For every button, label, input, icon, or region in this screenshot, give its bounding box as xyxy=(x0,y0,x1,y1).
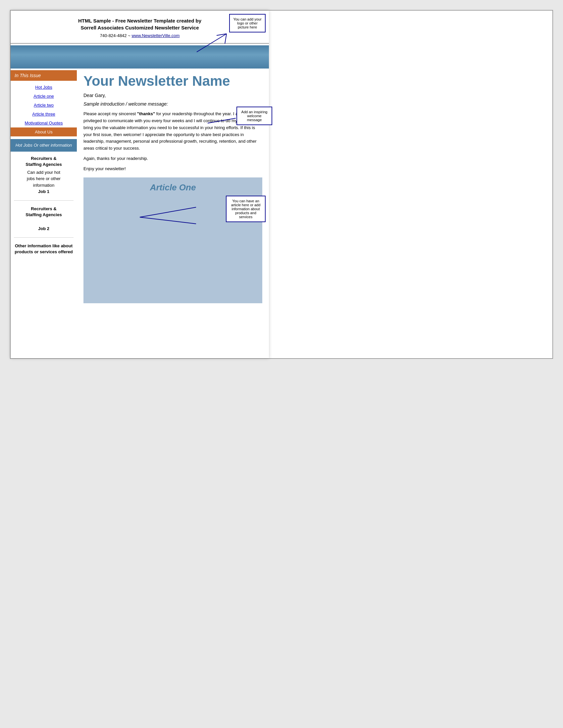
svg-line-3 xyxy=(208,118,236,123)
article-arrow-svg xyxy=(136,204,203,230)
header-title: HTML Sample - Free Newsletter Template c… xyxy=(17,17,262,31)
sidebar-recruiters-1: Recruiters &Staffing Agencies xyxy=(14,156,73,168)
header-title-line2: Sorrell Associates Customized Newsletter… xyxy=(80,25,199,30)
sidebar-jobs-text-2: Job 2 xyxy=(14,219,73,232)
sidebar-nav: Hot Jobs Article one Article two Article… xyxy=(11,81,77,138)
sidebar-item-article-three[interactable]: Article three xyxy=(11,110,77,119)
welcome-arrow-svg xyxy=(204,112,237,128)
sidebar-section-2: Recruiters &Staffing Agencies Job 2 xyxy=(11,202,77,236)
sidebar-section-1: Recruiters &Staffing Agencies Can add yo… xyxy=(11,152,77,199)
sidebar-item-motivational-quotes[interactable]: Motivational Quotes xyxy=(11,119,77,127)
sidebar-divider-2 xyxy=(14,237,73,238)
sidebar-hot-jobs-label: Hot Jobs Or other information xyxy=(11,139,77,152)
dear-line: Dear Gary, xyxy=(83,93,262,98)
body-text-3: Enjoy your newsletter! xyxy=(83,166,262,172)
sidebar-item-hot-jobs[interactable]: Hot Jobs xyxy=(11,83,77,92)
logo-callout-text: You can add your logo or other picture h… xyxy=(233,17,261,29)
content-area: Add an inspiring welcome message Your Ne… xyxy=(77,70,269,310)
body-text-2: Again, thanks for your readership. xyxy=(83,155,262,162)
header-divider xyxy=(11,43,269,44)
sidebar: In This Issue Hot Jobs Article one Artic… xyxy=(11,70,77,310)
page-border: HTML Sample - Free Newsletter Template c… xyxy=(10,10,553,359)
sidebar-recruiters-2: Recruiters &Staffing Agencies xyxy=(14,206,73,218)
sidebar-jobs-text-1: Can add your hotjobs here or otherinform… xyxy=(14,169,73,195)
svg-line-5 xyxy=(140,217,196,224)
newsletter-name: Your Newsletter Name xyxy=(83,73,262,89)
welcome-callout-text: Add an inspiring welcome message xyxy=(241,110,267,122)
intro-italic: Sample introduction / welcome message: xyxy=(83,101,262,107)
page-wrapper: HTML Sample - Free Newsletter Template c… xyxy=(11,11,269,358)
welcome-callout-box: Add an inspiring welcome message xyxy=(236,107,272,125)
sidebar-item-article-one[interactable]: Article one xyxy=(11,92,77,101)
website-link[interactable]: www.NewsletterVille.com xyxy=(131,33,179,38)
article-callout-text: You can have an article here or add info… xyxy=(231,199,260,219)
sidebar-item-about-us[interactable]: About Us xyxy=(11,127,77,136)
thanks-bold: "thanks" xyxy=(137,111,155,116)
sidebar-section-3: Other information like about products or… xyxy=(11,239,77,259)
header-phone: 740-824-4842 ~ www.NewsletterVille.com xyxy=(17,33,262,38)
sidebar-divider-1 xyxy=(14,200,73,201)
article-callout-box: You can have an article here or add info… xyxy=(226,196,265,222)
logo-callout-box: You can add your logo or other picture h… xyxy=(229,14,265,32)
sidebar-other-info: Other information like about products or… xyxy=(14,243,73,255)
main-content: In This Issue Hot Jobs Article one Artic… xyxy=(11,70,269,310)
article-one-title: Article One xyxy=(88,182,257,193)
header-section: HTML Sample - Free Newsletter Template c… xyxy=(11,11,269,41)
blue-banner xyxy=(11,45,269,69)
sidebar-item-article-two[interactable]: Article two xyxy=(11,101,77,110)
header-title-line1: HTML Sample - Free Newsletter Template c… xyxy=(78,18,201,24)
article-one-section: Article One You can have an article here… xyxy=(83,177,262,303)
svg-line-4 xyxy=(140,207,196,217)
sidebar-in-this-issue: In This Issue xyxy=(11,70,77,81)
page-outer-wrapper: HTML Sample - Free Newsletter Template c… xyxy=(7,7,556,362)
